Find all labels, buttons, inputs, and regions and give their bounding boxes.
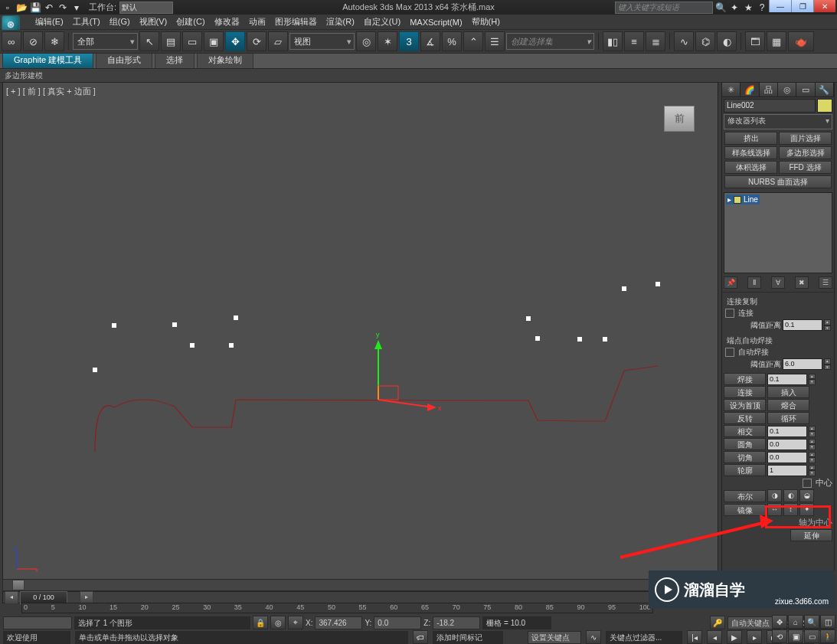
modifier-dropdown[interactable]: 修改器列表 <box>724 114 832 129</box>
bool-sub-icon[interactable]: ◐ <box>783 489 798 502</box>
btn-makefirst[interactable]: 设为首顶点 <box>724 399 766 411</box>
orbit-icon[interactable]: ⟲ <box>772 629 787 643</box>
btn-polysel[interactable]: 多边形选择 <box>779 146 832 159</box>
select-scale-icon[interactable]: ▱ <box>268 31 288 51</box>
btn-extend[interactable]: 延伸 <box>790 529 832 541</box>
undo-icon[interactable]: ↶ <box>43 2 55 14</box>
weld-spinner[interactable]: 0.1 <box>767 374 807 385</box>
object-color-swatch[interactable] <box>817 99 832 113</box>
link-icon[interactable]: ∞ <box>2 31 21 51</box>
btn-cycle[interactable]: 循环 <box>767 412 809 424</box>
spline-vertex[interactable] <box>577 337 582 342</box>
angle-snap-icon[interactable]: ∡ <box>420 31 440 51</box>
close-button[interactable]: ✕ <box>813 0 835 12</box>
ref-coord-dropdown[interactable]: 视图 <box>289 33 355 50</box>
material-editor-icon[interactable]: ◐ <box>717 31 737 51</box>
new-icon[interactable]: ▫ <box>2 2 14 14</box>
outline-spinner[interactable]: 1 <box>767 465 807 476</box>
menu-modifier[interactable]: 修改器 <box>210 15 244 29</box>
render-setup-icon[interactable]: 🗔 <box>745 31 765 51</box>
prev-frame-icon[interactable]: ◂ <box>707 630 722 644</box>
qat-dropdown-icon[interactable]: ▾ <box>70 2 83 14</box>
menu-group[interactable]: 组(G) <box>105 15 135 29</box>
tab-display-icon[interactable]: ▭ <box>796 83 815 96</box>
render-framebuffer-icon[interactable]: ▦ <box>767 31 786 51</box>
remove-mod-icon[interactable]: ✖ <box>795 276 809 289</box>
autoweld-threshold-spinner[interactable]: 6.0 <box>783 358 822 370</box>
object-name-field[interactable]: Line002 <box>724 99 816 113</box>
search-icon[interactable]: 🔍 <box>714 2 727 14</box>
mirror-icon[interactable]: ▮▯ <box>603 31 623 51</box>
align-icon[interactable]: ≡ <box>624 31 644 51</box>
fillet-spinner[interactable]: 0.0 <box>767 439 807 450</box>
bool-union-icon[interactable]: ◑ <box>767 489 782 502</box>
next-frame-icon[interactable]: ▸ <box>747 630 762 644</box>
btn-mirror[interactable]: 镜像 <box>724 504 766 516</box>
btn-patchsel[interactable]: 面片选择 <box>779 132 832 145</box>
tab-create-icon[interactable]: ✳ <box>722 83 741 96</box>
select-rotate-icon[interactable]: ⟳ <box>247 31 266 51</box>
render-icon[interactable]: 🫖 <box>788 31 814 51</box>
spline-vertex[interactable] <box>190 343 195 348</box>
zoom-icon[interactable]: 🔍 <box>804 615 819 629</box>
cross-spinner[interactable]: 0.1 <box>767 426 807 437</box>
spline-vertex[interactable] <box>526 316 531 321</box>
workspace-dropdown[interactable]: 默认 <box>119 2 173 14</box>
timeslider-prev[interactable]: ◂ <box>5 591 18 604</box>
layer-manager-icon[interactable]: ≣ <box>646 31 665 51</box>
timetag-icon[interactable]: 🏷 <box>413 630 428 644</box>
btn-splinesel[interactable]: 样条线选择 <box>724 146 777 159</box>
menu-render[interactable]: 渲染(R) <box>322 15 359 29</box>
tab-hierarchy-icon[interactable]: 品 <box>760 83 778 96</box>
btn-fillet[interactable]: 圆角 <box>724 438 766 450</box>
connect-checkbox[interactable] <box>725 309 734 318</box>
key-filter[interactable]: 关键点过滤器... <box>606 631 682 644</box>
tab-objpaint[interactable]: 对象绘制 <box>197 51 253 68</box>
spline-vertex[interactable] <box>112 323 116 328</box>
tab-freeform[interactable]: 自由形式 <box>96 51 152 68</box>
menu-graphed[interactable]: 图形编辑器 <box>270 15 322 29</box>
spline-vertex[interactable] <box>603 337 607 342</box>
save-icon[interactable]: 💾 <box>29 2 41 14</box>
btn-extrude[interactable]: 挤出 <box>724 132 777 145</box>
time-slider[interactable]: ◂ 0 / 100 ▸ <box>2 591 653 603</box>
lock-icon[interactable]: 🔒 <box>253 616 268 629</box>
help-search-input[interactable]: 键入关键字或短语 <box>615 2 713 14</box>
btn-nurbssel[interactable]: NURBS 曲面选择 <box>724 175 832 188</box>
menu-animation[interactable]: 动画 <box>244 15 270 29</box>
bind-spacewarp-icon[interactable]: ❄ <box>44 31 64 51</box>
spline-vertex[interactable] <box>234 315 238 320</box>
btn-cross[interactable]: 相交 <box>724 425 766 437</box>
autoweld-checkbox[interactable] <box>725 348 734 357</box>
spline-vertex[interactable] <box>172 322 177 327</box>
mirror-v-icon[interactable]: ↕ <box>783 503 798 516</box>
welcome-box[interactable]: 欢迎使用 MAXScr <box>3 631 70 644</box>
z-value[interactable]: -18.2 <box>433 616 480 629</box>
modifier-stack[interactable]: ▸Line <box>724 192 832 273</box>
btn-fuse[interactable]: 熔合 <box>767 399 809 411</box>
edit-selset-icon[interactable]: ☰ <box>485 31 505 51</box>
spinner-snap-icon[interactable]: ⌃ <box>463 31 483 51</box>
connect-threshold-spinner[interactable]: 0.1 <box>783 319 822 331</box>
stack-expand-icon[interactable]: ▸ <box>727 195 731 204</box>
manipulate-icon[interactable]: ✶ <box>378 31 397 51</box>
setkey-button[interactable]: 设置关键点 <box>528 631 581 644</box>
btn-outline[interactable]: 轮廓 <box>724 464 766 476</box>
select-rect-icon[interactable]: ▭ <box>182 31 202 51</box>
window-crossing-icon[interactable]: ▣ <box>204 31 224 51</box>
menu-edit[interactable]: 编辑(E) <box>31 15 68 29</box>
time-tag-box[interactable]: 添加时间标记 <box>433 631 503 644</box>
select-name-icon[interactable]: ▤ <box>161 31 181 51</box>
tab-modify-icon[interactable]: 🌈 <box>741 83 759 96</box>
mirror-h-icon[interactable]: ↔ <box>767 503 782 516</box>
tab-motion-icon[interactable]: ◎ <box>778 83 796 96</box>
maximize-button[interactable]: ❐ <box>791 0 813 12</box>
curve-editor-icon[interactable]: ∿ <box>674 31 694 51</box>
x-value[interactable]: 367.426 <box>315 616 362 629</box>
help-icon[interactable]: ? <box>756 2 768 14</box>
make-unique-icon[interactable]: ∀ <box>771 276 785 289</box>
keyfilter-icon[interactable]: ∿ <box>586 630 601 644</box>
show-end-icon[interactable]: Ⅱ <box>747 276 761 289</box>
percent-snap-icon[interactable]: % <box>442 31 462 51</box>
viewport-hscroll[interactable] <box>2 579 718 591</box>
